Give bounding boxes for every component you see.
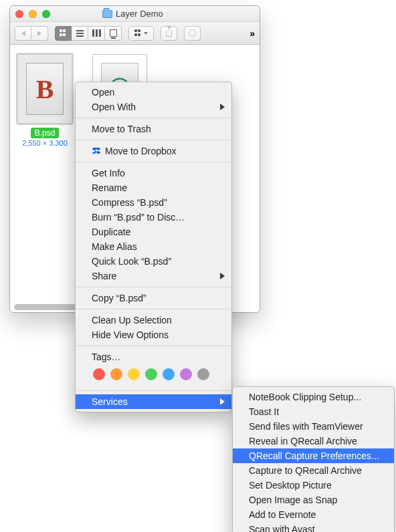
back-button[interactable] xyxy=(15,26,31,41)
chevron-right-icon xyxy=(220,104,225,110)
submenu-item[interactable]: Reveal in QRecall Archive xyxy=(233,434,394,448)
menu-hide-view-options[interactable]: Hide View Options xyxy=(76,327,231,342)
menu-burn[interactable]: Burn “B.psd” to Disc… xyxy=(76,210,231,225)
share-icon xyxy=(166,30,172,37)
menu-label: Open With xyxy=(92,102,136,112)
submenu-item[interactable]: QRecall Capture Preferences... xyxy=(233,448,394,463)
menu-label: Move to Dropbox xyxy=(105,146,177,156)
tag-color-dot[interactable] xyxy=(93,368,105,380)
tag-color-row xyxy=(76,364,231,387)
preview-glyph: B xyxy=(36,74,54,105)
menu-label: Tags… xyxy=(92,352,121,362)
menu-compress[interactable]: Compress “B.psd” xyxy=(76,195,231,210)
tag-color-dot[interactable] xyxy=(110,368,122,380)
menu-open-with[interactable]: Open With xyxy=(76,100,231,114)
tag-color-dot[interactable] xyxy=(197,368,209,380)
menu-label: Duplicate xyxy=(92,227,130,237)
gallery-icon xyxy=(110,29,117,37)
chevron-left-icon xyxy=(21,31,25,36)
menu-label: Reveal in QRecall Archive xyxy=(249,436,357,446)
arrange-button[interactable] xyxy=(128,26,154,41)
view-icon-button[interactable] xyxy=(55,26,72,41)
tag-icon xyxy=(189,29,196,37)
folder-icon xyxy=(102,10,112,18)
submenu-item[interactable]: Toast It xyxy=(233,404,394,419)
menu-label: Rename xyxy=(92,182,127,193)
submenu-item[interactable]: Add to Evernote xyxy=(233,507,394,522)
menu-label: Share xyxy=(92,271,116,281)
menu-clean-up[interactable]: Clean Up Selection xyxy=(76,313,231,327)
minimize-icon[interactable] xyxy=(29,10,37,18)
chevron-right-icon xyxy=(220,273,225,279)
menu-copy[interactable]: Copy “B.psd” xyxy=(76,291,231,305)
toolbar: » xyxy=(10,22,260,45)
columns-icon xyxy=(92,29,101,37)
menu-separator xyxy=(76,162,231,162)
menu-get-info[interactable]: Get Info xyxy=(76,166,231,180)
view-gallery-button[interactable] xyxy=(105,26,122,41)
menu-label: Make Alias xyxy=(92,241,137,252)
menu-label: Get Info xyxy=(92,168,125,178)
submenu-item[interactable]: Send files with TeamViewer xyxy=(233,419,394,434)
menu-separator xyxy=(76,118,231,118)
menu-separator xyxy=(76,346,231,346)
zoom-icon[interactable] xyxy=(42,10,50,18)
menu-label: Scan with Avast xyxy=(249,524,315,532)
menu-label: NoteBook Clipping Setup... xyxy=(249,392,361,402)
tag-color-dot[interactable] xyxy=(128,368,140,380)
menu-tags[interactable]: Tags… xyxy=(76,350,231,364)
menu-move-to-dropbox[interactable]: Move to Dropbox xyxy=(76,144,231,158)
menu-open[interactable]: Open xyxy=(76,85,231,100)
arrange-group xyxy=(128,26,154,41)
menu-separator xyxy=(76,390,231,391)
view-switcher xyxy=(55,26,122,41)
menu-separator xyxy=(76,309,231,309)
file-name[interactable]: B.psd xyxy=(31,128,60,138)
menu-share[interactable]: Share xyxy=(76,269,231,283)
tag-color-dot[interactable] xyxy=(145,368,157,380)
submenu-item[interactable]: Set Desktop Picture xyxy=(233,478,394,493)
menu-make-alias[interactable]: Make Alias xyxy=(76,239,231,254)
submenu-item[interactable]: Open Image as Snap xyxy=(233,493,394,507)
menu-rename[interactable]: Rename xyxy=(76,180,231,195)
chevron-down-icon xyxy=(144,32,148,35)
menu-label: Clean Up Selection xyxy=(92,315,172,325)
menu-label: Compress “B.psd” xyxy=(92,197,167,208)
context-menu: Open Open With Move to Trash Move to Dro… xyxy=(75,82,232,412)
tag-color-dot[interactable] xyxy=(163,368,175,380)
close-icon[interactable] xyxy=(15,10,23,18)
menu-label: Hide View Options xyxy=(92,329,169,340)
chevron-right-icon xyxy=(220,398,225,405)
forward-button[interactable] xyxy=(31,26,48,41)
menu-label: QRecall Capture Preferences... xyxy=(249,450,379,461)
menu-services[interactable]: Services xyxy=(76,394,231,409)
menu-label: Open xyxy=(92,87,114,98)
tag-color-dot[interactable] xyxy=(180,368,192,380)
dropbox-icon xyxy=(92,146,101,156)
toolbar-overflow-button[interactable]: » xyxy=(250,28,255,39)
menu-duplicate[interactable]: Duplicate xyxy=(76,225,231,239)
submenu-item[interactable]: NoteBook Clipping Setup... xyxy=(233,390,394,404)
menu-move-to-trash[interactable]: Move to Trash xyxy=(76,122,231,136)
file-thumbnail: B xyxy=(17,54,72,124)
file-item[interactable]: BB.psd2,550 × 3,300 xyxy=(17,54,73,147)
submenu-item[interactable]: Scan with Avast xyxy=(233,522,394,532)
menu-label: Copy “B.psd” xyxy=(92,293,146,303)
tags-button[interactable] xyxy=(184,26,201,41)
menu-label: Set Desktop Picture xyxy=(249,480,332,491)
nav-buttons xyxy=(15,26,48,41)
menu-separator xyxy=(76,140,231,140)
titlebar[interactable]: Layer Demo xyxy=(10,6,260,22)
grid-icon xyxy=(134,29,142,37)
services-submenu: NoteBook Clipping Setup...Toast ItSend f… xyxy=(232,386,395,532)
menu-label: Send files with TeamViewer xyxy=(249,421,363,432)
view-column-button[interactable] xyxy=(88,26,105,41)
view-list-button[interactable] xyxy=(72,26,88,41)
menu-label: Capture to QRecall Archive xyxy=(249,465,362,476)
share-button[interactable] xyxy=(161,26,177,41)
menu-separator xyxy=(76,287,231,287)
menu-label: Toast It xyxy=(249,406,279,417)
menu-quick-look[interactable]: Quick Look “B.psd” xyxy=(76,254,231,269)
submenu-item[interactable]: Capture to QRecall Archive xyxy=(233,463,394,478)
menu-label: Move to Trash xyxy=(92,124,151,134)
